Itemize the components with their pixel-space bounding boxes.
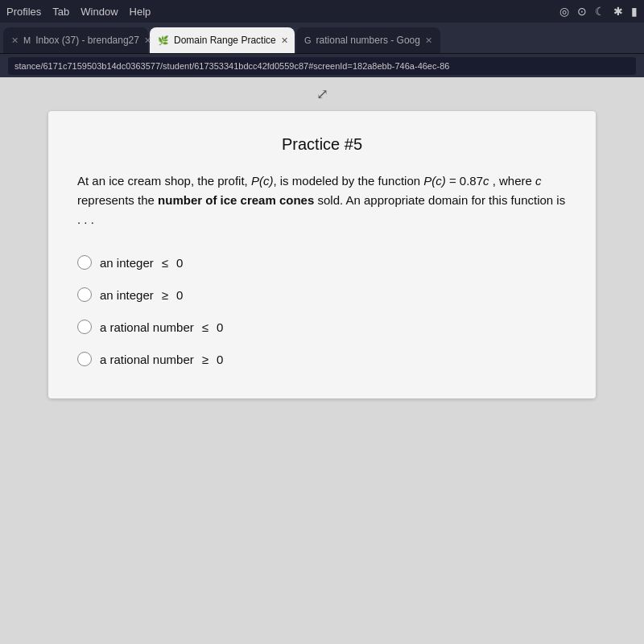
tab-rational-label: rational numbers - Goog — [316, 35, 420, 46]
choice-2-value: 0 — [176, 288, 183, 302]
choice-3[interactable]: a rational number ≤ 0 — [77, 320, 567, 334]
title-bar-controls: ◎ ⊙ ☾ ✱ ▮ — [559, 5, 638, 18]
radio-2[interactable] — [77, 287, 92, 302]
choice-3-symbol: ≤ — [202, 320, 208, 334]
answer-choices: an integer ≤ 0 an integer ≥ 0 a rational… — [77, 255, 567, 366]
tab-domain-x[interactable]: ✕ — [281, 35, 288, 46]
choice-1[interactable]: an integer ≤ 0 — [77, 255, 567, 270]
tab-inbox-x[interactable]: ✕ — [144, 35, 151, 46]
choice-1-label: an integer — [100, 256, 154, 270]
bluetooth-icon: ✱ — [613, 5, 623, 18]
choice-3-label: a rational number — [100, 320, 194, 334]
choice-3-value: 0 — [217, 320, 223, 334]
menu-window[interactable]: Window — [80, 6, 118, 18]
expand-icon[interactable]: ⤢ — [316, 85, 328, 103]
menu-tab[interactable]: Tab — [52, 6, 69, 18]
tab-bar: ✕ M Inbox (37) - brendang27 ✕ 🌿 Domain R… — [0, 23, 644, 53]
tab-rational[interactable]: G rational numbers - Goog ✕ — [296, 27, 440, 53]
tab-rational-x[interactable]: ✕ — [425, 35, 432, 46]
url-display[interactable]: stance/6171c7159503b14dc0363577/student/… — [8, 57, 636, 75]
tab-inbox-close[interactable]: ✕ — [11, 35, 19, 46]
choice-2[interactable]: an integer ≥ 0 — [77, 287, 567, 302]
tab-inbox-label: Inbox (37) - brendang27 — [35, 35, 139, 46]
practice-question: At an ice cream shop, the profit, P(c), … — [77, 171, 567, 229]
address-bar: stance/6171c7159503b14dc0363577/student/… — [0, 53, 644, 77]
choice-4-symbol: ≥ — [202, 353, 208, 366]
moon-icon: ☾ — [595, 5, 605, 18]
record-icon: ⊙ — [577, 5, 587, 18]
shazam-icon: ◎ — [559, 5, 569, 18]
tab-inbox-favicon: M — [23, 35, 31, 45]
practice-card: Practice #5 At an ice cream shop, the pr… — [48, 111, 596, 398]
question-bold: number of ice cream cones — [158, 193, 314, 207]
menu-profiles[interactable]: Profiles — [6, 6, 41, 18]
title-bar: Profiles Tab Window Help ◎ ⊙ ☾ ✱ ▮ — [0, 0, 644, 23]
tab-domain-favicon: 🌿 — [158, 35, 169, 46]
tab-domain-label: Domain Range Practice — [174, 35, 276, 46]
radio-1[interactable] — [77, 255, 92, 270]
title-bar-menus: Profiles Tab Window Help — [6, 6, 151, 18]
radio-4[interactable] — [77, 352, 92, 366]
radio-3[interactable] — [77, 320, 92, 334]
content-area: ⤢ Practice #5 At an ice cream shop, the … — [0, 77, 644, 644]
choice-1-value: 0 — [176, 256, 183, 270]
choice-4-label: a rational number — [100, 353, 194, 366]
battery-icon: ▮ — [631, 5, 638, 18]
practice-title: Practice #5 — [77, 135, 567, 154]
choice-1-symbol: ≤ — [162, 256, 168, 270]
choice-4[interactable]: a rational number ≥ 0 — [77, 352, 567, 366]
menu-help[interactable]: Help — [130, 6, 151, 18]
tab-rational-favicon: G — [304, 35, 312, 45]
choice-2-label: an integer — [100, 288, 154, 302]
choice-4-value: 0 — [217, 353, 223, 366]
choice-2-symbol: ≥ — [162, 288, 168, 302]
tab-domain[interactable]: 🌿 Domain Range Practice ✕ — [150, 27, 295, 53]
tab-inbox[interactable]: ✕ M Inbox (37) - brendang27 ✕ — [3, 27, 148, 53]
